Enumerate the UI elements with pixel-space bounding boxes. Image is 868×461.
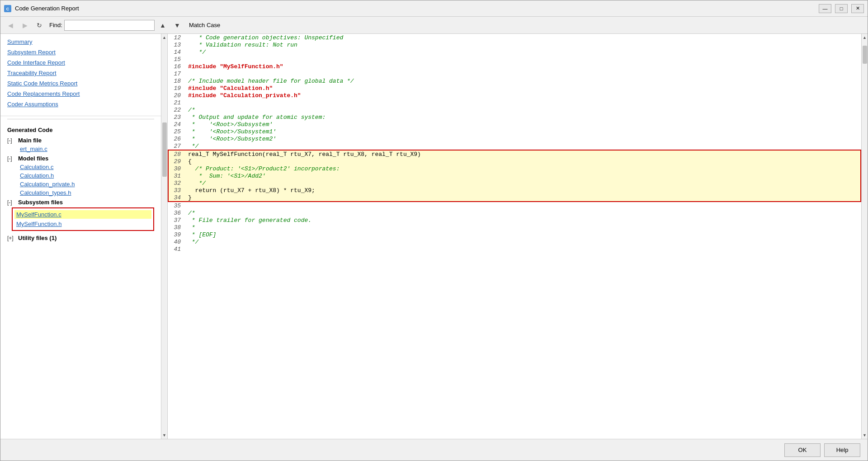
line-number: 27 bbox=[168, 142, 186, 150]
sidebar-scroll-track bbox=[161, 41, 167, 432]
model-files-label: Model files bbox=[18, 155, 48, 162]
sidebar-scroll-thumb[interactable] bbox=[162, 122, 167, 177]
find-input[interactable] bbox=[64, 20, 155, 31]
calculation-c-link[interactable]: Calculation.c bbox=[20, 164, 154, 170]
match-case-label: Match Case bbox=[189, 22, 220, 28]
line-code: real_T MySelfFunction(real_T rtu_X7, rea… bbox=[186, 150, 861, 158]
sidebar-item-code-replacements-report[interactable]: Code Replacements Report bbox=[7, 90, 154, 97]
line-code: return (rtu_X7 + rtu_X8) * rtu_X9; bbox=[186, 187, 861, 194]
line-code: */ bbox=[186, 179, 861, 187]
generated-code-title: Generated Code bbox=[7, 127, 154, 133]
line-code: * '<Root>/Subsystem1' bbox=[186, 128, 861, 135]
code-scroll-up[interactable]: ▲ bbox=[862, 34, 868, 41]
line-code: * bbox=[186, 224, 861, 231]
sidebar-item-subsystem-report[interactable]: Subsystem Report bbox=[7, 49, 154, 56]
sidebar-wrapper: Summary Subsystem Report Code Interface … bbox=[0, 34, 168, 439]
refresh-button[interactable]: ↻ bbox=[33, 19, 46, 31]
ok-button[interactable]: OK bbox=[784, 443, 821, 457]
line-code: * '<Root>/Subsystem' bbox=[186, 121, 861, 128]
line-code: } bbox=[186, 194, 861, 202]
line-code: { bbox=[186, 158, 861, 165]
line-number: 13 bbox=[168, 41, 186, 48]
find-down-button[interactable]: ▼ bbox=[171, 19, 184, 31]
line-code bbox=[186, 99, 861, 106]
line-number: 19 bbox=[168, 85, 186, 92]
line-number: 28 bbox=[168, 150, 186, 158]
line-code: #include "Calculation.h" bbox=[186, 85, 861, 92]
line-number: 25 bbox=[168, 128, 186, 135]
line-code: * [EOF] bbox=[186, 231, 861, 238]
code-area[interactable]: 12 * Code generation objectives: Unspeci… bbox=[168, 34, 861, 439]
line-number: 39 bbox=[168, 231, 186, 238]
line-code bbox=[186, 70, 861, 77]
find-up-button[interactable]: ▲ bbox=[156, 19, 169, 31]
utility-files-tree-item: [+] Utility files (1) bbox=[7, 235, 154, 241]
code-scroll-track bbox=[862, 41, 868, 432]
sidebar-scroll-up[interactable]: ▲ bbox=[161, 34, 167, 41]
myselfunction-h-link[interactable]: MySelfFunction.h bbox=[14, 220, 151, 228]
myselfunction-c-link[interactable]: MySelfFunction.c bbox=[14, 210, 151, 219]
line-number: 14 bbox=[168, 48, 186, 56]
back-button[interactable]: ◀ bbox=[4, 19, 17, 31]
line-number: 34 bbox=[168, 194, 186, 202]
subsystem-files-box: MySelfFunction.c MySelfFunction.h bbox=[12, 207, 154, 231]
close-button[interactable]: ✕ bbox=[851, 4, 864, 13]
line-code: * Sum: '<S1>/Add2' bbox=[186, 172, 861, 179]
sidebar-item-coder-assumptions[interactable]: Coder Assumptions bbox=[7, 101, 154, 108]
line-number: 29 bbox=[168, 158, 186, 165]
line-code: * '<Root>/Subsystem2' bbox=[186, 135, 861, 142]
line-code bbox=[186, 202, 861, 209]
code-scrollbar: ▲ ▼ bbox=[861, 34, 868, 439]
calculation-private-h-link[interactable]: Calculation_private.h bbox=[20, 181, 154, 188]
help-button[interactable]: Help bbox=[824, 443, 860, 457]
line-number: 23 bbox=[168, 113, 186, 121]
line-code: /* bbox=[186, 106, 861, 113]
sidebar-item-traceability-report[interactable]: Traceability Report bbox=[7, 70, 154, 76]
line-number: 24 bbox=[168, 121, 186, 128]
line-code: * Validation result: Not run bbox=[186, 41, 861, 48]
utility-files-expand[interactable]: [+] bbox=[7, 235, 16, 241]
line-number: 36 bbox=[168, 209, 186, 216]
model-files-expand[interactable]: [-] bbox=[7, 155, 16, 162]
line-number: 20 bbox=[168, 92, 186, 99]
ert-main-c-link[interactable]: ert_main.c bbox=[20, 146, 154, 152]
line-code: * Code generation objectives: Unspecifie… bbox=[186, 34, 861, 41]
sidebar: Summary Subsystem Report Code Interface … bbox=[0, 34, 161, 439]
line-code: * Output and update for atomic system: bbox=[186, 113, 861, 121]
sidebar-item-static-code-metrics-report[interactable]: Static Code Metrics Report bbox=[7, 80, 154, 87]
line-number: 15 bbox=[168, 56, 186, 63]
code-scroll-down[interactable]: ▼ bbox=[862, 432, 868, 439]
subsystem-files-expand[interactable]: [-] bbox=[7, 199, 16, 206]
minimize-button[interactable]: — bbox=[819, 4, 831, 13]
line-code: */ bbox=[186, 48, 861, 56]
window-controls: — □ ✕ bbox=[819, 4, 864, 13]
line-code: */ bbox=[186, 238, 861, 245]
line-code: /* bbox=[186, 209, 861, 216]
line-number: 33 bbox=[168, 187, 186, 194]
sidebar-nav: Summary Subsystem Report Code Interface … bbox=[0, 34, 161, 116]
app-icon: C bbox=[4, 5, 11, 12]
generated-code-section: Generated Code [-] Main file ert_main.c … bbox=[0, 122, 161, 248]
subsystem-files-tree-item: [-] Subsystem files bbox=[7, 199, 154, 206]
main-content: Summary Subsystem Report Code Interface … bbox=[0, 34, 868, 439]
line-number: 16 bbox=[168, 63, 186, 70]
sidebar-scroll-down[interactable]: ▼ bbox=[161, 432, 167, 439]
line-number: 12 bbox=[168, 34, 186, 41]
sidebar-item-summary[interactable]: Summary bbox=[7, 38, 154, 45]
code-panel: 12 * Code generation objectives: Unspeci… bbox=[168, 34, 861, 439]
find-label: Find: bbox=[49, 22, 62, 28]
main-file-expand[interactable]: [-] bbox=[7, 137, 16, 144]
code-table: 12 * Code generation objectives: Unspeci… bbox=[168, 34, 861, 253]
code-scroll-thumb[interactable] bbox=[863, 46, 867, 64]
model-files-tree-item: [-] Model files bbox=[7, 155, 154, 162]
line-number: 21 bbox=[168, 99, 186, 106]
sidebar-item-code-interface-report[interactable]: Code Interface Report bbox=[7, 59, 154, 66]
maximize-button[interactable]: □ bbox=[835, 4, 848, 13]
line-number: 22 bbox=[168, 106, 186, 113]
line-number: 31 bbox=[168, 172, 186, 179]
forward-button[interactable]: ▶ bbox=[19, 19, 31, 31]
calculation-types-h-link[interactable]: Calculation_types.h bbox=[20, 189, 154, 196]
calculation-h-link[interactable]: Calculation.h bbox=[20, 172, 154, 179]
main-file-tree-item: [-] Main file bbox=[7, 137, 154, 144]
line-code: #include "Calculation_private.h" bbox=[186, 92, 861, 99]
